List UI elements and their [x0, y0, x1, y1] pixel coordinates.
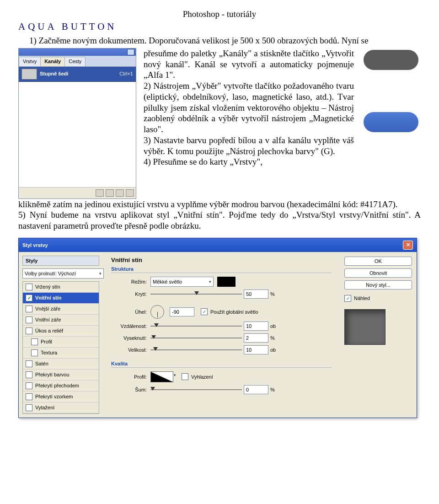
page-header: Photoshop - tutoriály — [18, 9, 421, 19]
style-item-label: Satén — [35, 361, 48, 366]
size-input[interactable]: 10 — [244, 345, 268, 354]
blend-options-dropdown[interactable]: Volby prolnutí: Výchozí — [22, 268, 104, 279]
contour-picker[interactable] — [150, 371, 173, 382]
noise-slider[interactable] — [150, 387, 242, 392]
ok-button[interactable]: OK — [344, 257, 412, 266]
style-item-checkbox[interactable] — [31, 338, 38, 345]
angle-label: Úhel: — [111, 309, 147, 315]
opacity-input[interactable]: 50 — [244, 290, 268, 299]
opacity-label: Krytí: — [111, 291, 147, 297]
style-item[interactable]: Vnitřní stín — [23, 293, 99, 304]
style-item[interactable]: Vržený stín — [23, 282, 99, 293]
styles-header[interactable]: Styly — [22, 256, 99, 266]
new-channel-icon[interactable] — [116, 189, 124, 197]
style-item-checkbox[interactable] — [26, 393, 32, 400]
tab-layers[interactable]: Vrstvy — [19, 57, 41, 66]
style-item-checkbox[interactable] — [26, 284, 32, 290]
mode-value: Měkké světlo — [153, 279, 182, 284]
style-item-label: Překrytí vzorkem — [35, 394, 73, 399]
distance-input[interactable]: 10 — [244, 322, 268, 331]
mode-label: Režim: — [111, 279, 147, 284]
style-item[interactable]: Překrytí přechodem — [23, 381, 99, 391]
style-item-label: Vytažení — [35, 405, 54, 410]
intro-line: 1) Začněme novým dokumentem. Doporučovan… — [29, 35, 421, 46]
channel-name: Stupně šedi — [40, 71, 119, 77]
style-item[interactable]: Překrytí barvou — [23, 370, 99, 381]
channel-shortcut: Ctrl+1 — [119, 71, 133, 77]
style-item-label: Překrytí přechodem — [35, 383, 79, 388]
angle-input[interactable]: -90 — [170, 307, 194, 316]
distance-label: Vzdálenost: — [111, 323, 147, 329]
distance-slider[interactable] — [150, 323, 242, 329]
style-item[interactable]: Profil — [23, 337, 99, 348]
style-item-label: Vržený stín — [35, 284, 60, 290]
style-item-checkbox[interactable] — [31, 349, 38, 356]
tab-paths[interactable]: Cesty — [64, 57, 86, 66]
load-selection-icon[interactable] — [96, 189, 104, 197]
style-item-checkbox[interactable] — [26, 316, 32, 323]
shadow-color-swatch[interactable] — [217, 277, 236, 287]
choke-label: Vyseknutí: — [111, 335, 147, 341]
angle-dial[interactable] — [150, 305, 164, 319]
style-item[interactable]: Vytažení — [23, 402, 99, 413]
distance-unit: ob — [270, 323, 276, 329]
preview-swatch — [344, 309, 385, 345]
style-item-label: Vnitřní záře — [35, 317, 61, 322]
contour-label: Profil: — [111, 374, 147, 380]
center-title: Vnitřní stín — [111, 257, 332, 263]
page-title: AQUA BUTTON — [18, 21, 421, 32]
style-item[interactable]: Překrytí vzorkem — [23, 391, 99, 402]
antialias-label: Vyhlazení — [191, 374, 213, 380]
antialias-checkbox[interactable] — [182, 373, 188, 380]
styles-list: Vržený stínVnitřní stínVnější zářeVnitřn… — [22, 281, 99, 414]
global-light-checkbox[interactable] — [201, 308, 208, 315]
trash-icon[interactable] — [126, 189, 134, 197]
after-float-paragraph: klikněmě zatím na jedinou existující vrs… — [18, 199, 421, 231]
pill-blue — [364, 112, 418, 132]
style-item-checkbox[interactable] — [26, 360, 32, 367]
new-style-button[interactable]: Nový styl... — [344, 280, 412, 290]
choke-unit: % — [270, 335, 275, 341]
style-item-checkbox[interactable] — [26, 404, 32, 411]
style-item[interactable]: Vnější záře — [23, 304, 99, 315]
channel-row[interactable]: Stupně šedi Ctrl+1 — [19, 67, 136, 82]
dialog-title: Styl vrstvy — [22, 242, 48, 248]
style-item-checkbox[interactable] — [26, 306, 32, 312]
preview-checkbox[interactable] — [344, 295, 351, 302]
blend-options-label: Volby prolnutí: Výchozí — [25, 271, 76, 276]
style-item-label: Překrytí barvou — [35, 372, 70, 377]
size-unit: ob — [270, 347, 276, 353]
save-selection-icon[interactable] — [106, 189, 114, 197]
size-label: Velikost: — [111, 347, 147, 353]
style-item[interactable]: Textura — [23, 348, 99, 359]
style-item-label: Textura — [41, 350, 57, 355]
size-slider[interactable] — [150, 347, 242, 353]
style-item[interactable]: Vnitřní záře — [23, 315, 99, 326]
minimize-icon[interactable] — [127, 49, 134, 55]
mode-select[interactable]: Měkké světlo — [150, 277, 214, 287]
style-item-checkbox[interactable] — [26, 382, 32, 389]
style-item-label: Profil — [41, 339, 52, 344]
reset-button[interactable]: Obnovit — [344, 268, 412, 278]
noise-unit: % — [270, 387, 275, 392]
style-item-label: Vnější záře — [35, 306, 60, 311]
pill-gray — [364, 50, 418, 70]
tab-channels[interactable]: Kanály — [40, 57, 65, 66]
layer-style-dialog: Styl vrstvy ✕ Styly Volby prolnutí: Vých… — [18, 238, 417, 418]
choke-input[interactable]: 2 — [244, 333, 268, 343]
close-icon[interactable]: ✕ — [403, 241, 413, 250]
noise-input[interactable]: 0 — [244, 385, 268, 394]
global-light-label: Použít globální světlo — [210, 309, 258, 315]
style-item-checkbox[interactable] — [26, 371, 32, 378]
example-pills — [361, 48, 421, 139]
choke-slider[interactable] — [150, 335, 242, 341]
channel-thumb — [21, 69, 37, 80]
group-quality: Kvalita — [111, 361, 332, 368]
panel-titlebar — [19, 48, 136, 56]
style-item-checkbox[interactable] — [26, 327, 32, 334]
opacity-slider[interactable] — [150, 291, 242, 297]
style-item[interactable]: Úkos a reliéf — [23, 326, 99, 337]
style-item-checkbox[interactable] — [26, 295, 32, 301]
group-structure: Struktura — [111, 266, 332, 273]
style-item[interactable]: Satén — [23, 359, 99, 370]
